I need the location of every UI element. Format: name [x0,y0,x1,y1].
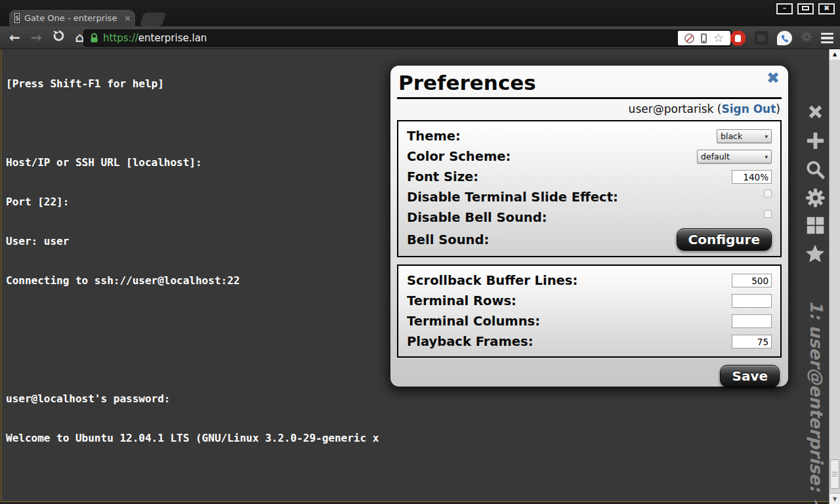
scrollback-row: Scrollback Buffer Lines: [407,270,772,291]
window-controls: – ✖ [776,3,835,14]
theme-select[interactable]: black▾ [717,129,772,143]
color-scheme-value: default [701,152,730,161]
save-row: Save [397,365,782,387]
account-suffix: ) [776,102,780,116]
url-bar[interactable]: https:// enterprise.lan ☆ [83,30,732,47]
dialog-close-icon[interactable]: ✖ [766,69,780,87]
disable-bell-label: Disable Bell Sound: [407,210,547,225]
gateone-toolbar [803,101,827,264]
tab-close-icon[interactable]: × [124,14,131,23]
slide-effect-row: Disable Terminal Slide Effect: [407,187,772,207]
theme-label: Theme: [407,129,461,144]
chevron-down-icon: ▾ [765,133,768,140]
close-terminal-icon[interactable] [805,101,826,123]
forward-button[interactable]: → [31,27,42,49]
color-scheme-select[interactable]: default▾ [697,150,772,163]
evernote-icon[interactable] [754,31,768,45]
font-size-input[interactable] [732,170,772,184]
terminal-line: user@localhost's password: [6,392,793,406]
blocked-plugin-icon[interactable] [684,33,694,43]
terminal-columns-label: Terminal Columns: [407,314,540,329]
maximize-icon [802,6,809,10]
back-button[interactable]: ← [9,27,20,49]
terminal-rows-input[interactable] [732,294,772,308]
menu-icon[interactable] [821,33,833,44]
color-scheme-label: Color Scheme: [407,149,511,164]
theme-value: black [721,131,742,141]
adblock-icon[interactable] [730,31,746,46]
gear-icon[interactable] [805,188,826,208]
tab-title: Gate One - enterprise [24,13,117,23]
chevron-down-icon: ▾ [765,154,768,160]
account-name: user@portarisk ( [629,102,722,116]
mobile-icon[interactable] [701,33,707,43]
new-tab-button[interactable] [140,12,167,26]
terminal-line: Welcome to Ubuntu 12.04.1 LTS (GNU/Linux… [6,432,793,445]
url-protocol: https:// [103,32,138,44]
terminal-columns-input[interactable] [732,314,772,328]
scrollback-input[interactable] [732,274,772,287]
secure-lock-icon [90,33,98,43]
toolbar-gear-icon[interactable] [801,31,812,45]
terminal-rows-label: Terminal Rows: [407,293,516,308]
scrollbar-down-icon[interactable]: ▼ [830,493,840,504]
color-scheme-row: Color Scheme: default▾ [407,146,772,167]
slide-effect-checkbox[interactable] [764,190,772,198]
terminal-favicon-icon: $ [14,13,20,23]
phone-handset-icon [780,34,789,43]
maximize-button[interactable] [797,3,814,14]
terminal-title-vertical: 1: user@enterprise: ~ [804,301,826,504]
dialog-divider [397,97,782,99]
playback-frames-row: Playback Frames: [407,331,772,352]
extension-icons [730,29,833,47]
dialog-title: Preferences [398,71,782,94]
preferences-dialog: ✖ Preferences user@portarisk (Sign Out) … [390,66,788,387]
bell-sound-label: Bell Sound: [407,232,489,247]
reload-button[interactable] [52,27,65,49]
bookmarks-star-icon[interactable] [804,243,826,264]
playback-frames-input[interactable] [732,335,772,348]
font-size-row: Font Size: [407,167,772,187]
scrollbar-up-icon[interactable]: ▲ [830,49,840,60]
reload-icon [52,30,65,42]
grid-view-icon[interactable] [805,215,826,236]
disable-bell-checkbox[interactable] [764,210,772,218]
voice-icon[interactable] [777,31,792,45]
font-size-label: Font Size: [407,169,478,184]
browser-tab[interactable]: $ Gate One - enterprise × [9,10,135,26]
browser-titlebar: $ Gate One - enterprise × – ✖ [0,0,840,26]
scrollbar-track[interactable]: ▲ ▼ [829,49,840,504]
account-line: user@portarisk (Sign Out) [397,102,782,116]
minimize-button[interactable]: – [776,3,793,14]
appearance-panel: Theme: black▾ Color Scheme: default▾ Fon… [397,120,782,257]
theme-row: Theme: black▾ [407,126,772,146]
url-host: enterprise.lan [138,32,207,44]
playback-frames-label: Playback Frames: [407,334,533,349]
urlbar-action-area: ☆ [678,31,730,45]
bookmark-star-icon[interactable]: ☆ [713,32,724,44]
search-icon[interactable] [805,159,826,180]
sign-out-link[interactable]: Sign Out [721,102,776,116]
terminal-line [6,471,793,484]
scrollbar-thumb[interactable] [830,459,839,489]
terminal-rows-row: Terminal Rows: [407,291,772,311]
scrollback-label: Scrollback Buffer Lines: [407,273,578,288]
buffer-panel: Scrollback Buffer Lines: Terminal Rows: … [397,264,782,358]
terminal-columns-row: Terminal Columns: [407,311,772,331]
configure-button[interactable]: Configure [677,228,772,251]
slide-effect-label: Disable Terminal Slide Effect: [407,190,618,205]
close-button[interactable]: ✖ [818,3,835,14]
new-terminal-icon[interactable] [805,130,826,152]
save-button[interactable]: Save [720,365,780,387]
disable-bell-row: Disable Bell Sound: [407,207,772,228]
bell-sound-row: Bell Sound: Configure [407,228,772,251]
